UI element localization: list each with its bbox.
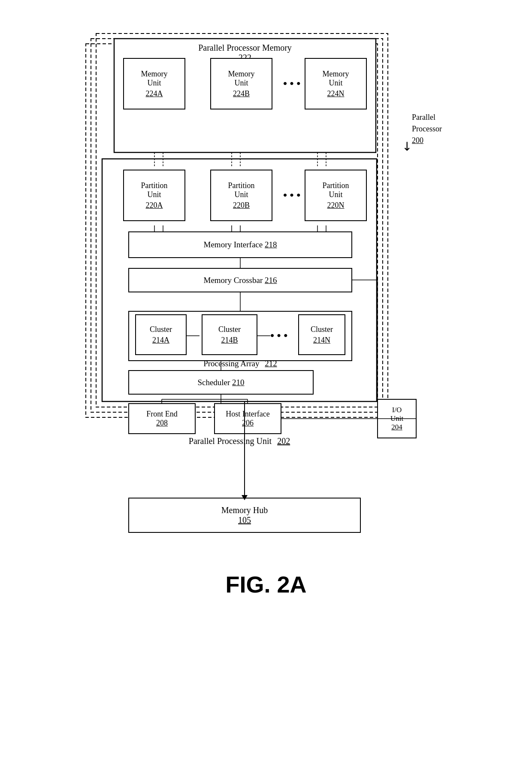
memory-crossbar: Memory Crossbar 216	[129, 268, 352, 292]
mh-label: Memory Hub	[221, 505, 268, 515]
cl-n-label: Cluster	[311, 325, 333, 334]
mu-dots: • • •	[283, 77, 300, 90]
partition-unit-a: PartitionUnit 220A	[123, 170, 185, 221]
cl-a-label: Cluster	[150, 325, 172, 334]
memory-unit-b: MemoryUnit 224B	[210, 58, 272, 109]
fig-text: FIG. 2A	[225, 571, 306, 597]
fe-number: 208	[156, 419, 168, 428]
mh-number: 105	[238, 515, 251, 525]
cluster-n: Cluster 214N	[298, 314, 345, 355]
mu-b-number: 224B	[233, 89, 250, 98]
cl-b-label: Cluster	[218, 325, 241, 334]
page: Parallel Processor Memory 222 MemoryUnit…	[0, 0, 532, 769]
fig-label: FIG. 2A	[73, 571, 459, 598]
ppu-space	[273, 436, 275, 446]
memory-unit-a: MemoryUnit 224A	[123, 58, 185, 109]
memory-unit-n: MemoryUnit 224N	[305, 58, 367, 109]
scheduler: Scheduler 210	[129, 371, 313, 394]
pu-b-label: PartitionUnit	[228, 181, 255, 199]
mu-a-number: 224A	[146, 89, 163, 98]
front-end: Front End 208	[129, 404, 195, 434]
cl-b-number: 214B	[221, 336, 238, 345]
cl-a-number: 214A	[152, 336, 169, 345]
processing-array-label: Processing Array 212	[129, 359, 352, 368]
hi-label: Host Interface	[226, 410, 269, 419]
io-number: 204	[391, 423, 402, 432]
ppu-number: 202	[277, 436, 290, 446]
pp-label-text: ParallelProcessor	[412, 113, 442, 133]
mu-n-label: MemoryUnit	[323, 70, 349, 88]
pu-a-number: 220A	[146, 201, 163, 210]
cl-dots: • • •	[270, 329, 287, 342]
fe-label: Front End	[146, 410, 178, 419]
io-label: I/OUnit	[390, 406, 403, 423]
pu-dots: • • •	[283, 189, 300, 202]
diagram-area: Parallel Processor Memory 222 MemoryUnit…	[73, 26, 459, 661]
memory-interface: Memory Interface 218	[129, 232, 352, 258]
pa-space	[261, 359, 263, 368]
mc-number: 216	[265, 276, 277, 285]
partition-unit-n: PartitionUnit 220N	[305, 170, 367, 221]
mu-a-label: MemoryUnit	[141, 70, 168, 88]
cl-n-number: 214N	[313, 336, 330, 345]
pa-number: 212	[265, 359, 277, 368]
mc-label: Memory Crossbar	[204, 276, 263, 285]
sch-number: 210	[232, 378, 245, 387]
pp-number: 200	[412, 136, 423, 145]
pu-n-label: PartitionUnit	[323, 181, 349, 199]
pu-a-label: PartitionUnit	[141, 181, 168, 199]
ppu-label: Parallel Processing Unit 202	[102, 436, 377, 446]
pa-label: Processing Array	[203, 359, 259, 368]
ppu-label-text: Parallel Processing Unit	[189, 436, 272, 446]
cluster-b: Cluster 214B	[202, 314, 257, 355]
mu-b-label: MemoryUnit	[228, 70, 255, 88]
mi-label: Memory Interface	[204, 240, 263, 249]
ppm-label: Parallel Processor Memory	[198, 43, 292, 53]
io-unit: I/OUnit 204	[378, 399, 416, 438]
mu-n-number: 224N	[327, 89, 345, 98]
memory-hub: Memory Hub 105	[129, 498, 360, 532]
hi-number: 206	[242, 419, 254, 428]
partition-unit-b: PartitionUnit 220B	[210, 170, 272, 221]
pp-label: ParallelProcessor 200	[412, 112, 442, 146]
cluster-a: Cluster 214A	[135, 314, 187, 355]
host-interface: Host Interface 206	[215, 404, 281, 434]
pu-n-number: 220N	[327, 201, 345, 210]
sch-label: Scheduler	[197, 378, 230, 387]
mi-number: 218	[265, 240, 277, 249]
pu-b-number: 220B	[233, 201, 250, 210]
